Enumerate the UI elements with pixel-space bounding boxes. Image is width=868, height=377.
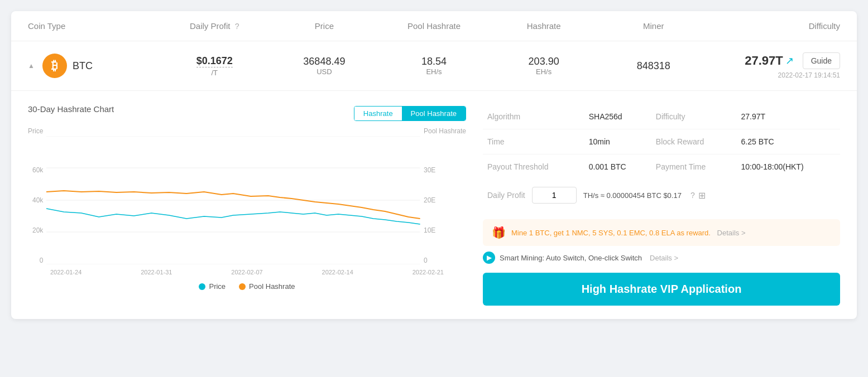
chart-legend: Price Pool Hashrate: [28, 282, 466, 291]
chart-svg: [46, 136, 420, 264]
daily-profit-calc-text: TH/s ≈ 0.00000454 BTC $0.17: [583, 191, 682, 200]
vip-button[interactable]: High Hashrate VIP Application: [483, 273, 840, 306]
difficulty-time: 2022-02-17 19:14:51: [778, 71, 840, 79]
time-label: Time: [483, 129, 584, 154]
y-right-label: Pool Hashrate: [424, 127, 466, 135]
payment-label: Payment Time: [651, 154, 737, 180]
y-right-10e: 10E: [424, 226, 435, 234]
daily-profit-help-icon[interactable]: ?: [235, 22, 239, 31]
col-daily-profit: Daily Profit ?: [160, 21, 270, 31]
coin-info-col: ▲ ₿ BTC: [28, 54, 160, 78]
col-hashrate: Hashrate: [489, 21, 599, 31]
btc-symbol: ₿: [51, 59, 57, 73]
reward-banner: 🎁 Mine 1 BTC, get 1 NMC, 5 SYS, 0.1 EMC,…: [483, 219, 840, 246]
info-section: Algorithm SHA256d Difficulty 27.97T Time…: [483, 104, 840, 306]
miner-col: 848318: [598, 60, 708, 72]
y-left-20k: 20k: [32, 226, 43, 234]
chart-header: 30-Day Hashrate Chart Hashrate Pool Hash…: [28, 104, 466, 123]
legend-price-label: Price: [209, 282, 226, 291]
info-table: Algorithm SHA256d Difficulty 27.97T Time…: [483, 104, 840, 179]
x-axis: 2022-01-24 2022-01-31 2022-02-07 2022-02…: [28, 267, 466, 276]
daily-profit-col: $0.1672 /T: [160, 55, 270, 77]
reward-link[interactable]: Details >: [717, 229, 746, 237]
expand-icon[interactable]: ▲: [28, 62, 35, 70]
chart-title: 30-Day Hashrate Chart: [28, 104, 114, 114]
row-algorithm: Algorithm SHA256d Difficulty 27.97T: [483, 104, 840, 129]
legend-pool-hashrate: Pool Hashrate: [239, 282, 295, 291]
y-left-60k: 60k: [32, 166, 43, 174]
y-right-20e: 20E: [424, 196, 435, 204]
price-value: 36848.49: [270, 56, 380, 67]
btc-label: BTC: [73, 60, 93, 72]
smart-mining-icon: ▶: [483, 252, 495, 264]
daily-profit-calc-row: Daily Profit TH/s ≈ 0.00000454 BTC $0.17…: [483, 179, 840, 211]
daily-profit-value: $0.1672: [196, 55, 233, 67]
difficulty-arrow-icon: ↗: [785, 55, 794, 67]
col-difficulty: Difficulty: [708, 21, 840, 31]
col-coin-type: Coin Type: [28, 21, 160, 31]
chart-section: 30-Day Hashrate Chart Hashrate Pool Hash…: [28, 104, 466, 306]
col-miner: Miner: [598, 21, 708, 31]
difficulty-col: 27.97T ↗ Guide 2022-02-17 19:14:51: [708, 52, 840, 79]
x-label-4: 2022-02-14: [322, 269, 353, 276]
smart-mining-text: Smart Mining: Auto Switch, One-click Swi…: [500, 254, 642, 262]
hashrate-value: 203.90: [489, 56, 599, 67]
smart-mining-row: ▶ Smart Mining: Auto Switch, One-click S…: [483, 252, 840, 264]
tab-pool-hashrate[interactable]: Pool Hashrate: [402, 107, 466, 120]
pool-hashrate-value: 18.54: [379, 56, 489, 67]
legend-price: Price: [199, 282, 226, 291]
tab-hashrate[interactable]: Hashrate: [354, 107, 402, 120]
block-reward-value: 6.25 BTC: [737, 129, 840, 154]
pool-hashrate-line: [46, 191, 420, 219]
legend-pool-dot: [239, 283, 246, 290]
guide-button[interactable]: Guide: [803, 52, 840, 69]
y-left-label: Price: [28, 127, 43, 135]
legend-price-dot: [199, 283, 205, 290]
price-unit: USD: [270, 67, 380, 76]
legend-pool-label: Pool Hashrate: [249, 282, 295, 291]
hashrate-unit: EH/s: [489, 67, 599, 76]
daily-profit-input[interactable]: [532, 187, 577, 204]
y-right-0: 0: [424, 257, 428, 264]
col-price: Price: [270, 21, 380, 31]
x-label-3: 2022-02-07: [231, 269, 262, 276]
price-col: 36848.49 USD: [270, 56, 380, 76]
y-right-30e: 30E: [424, 166, 435, 174]
reward-text: Mine 1 BTC, get 1 NMC, 5 SYS, 0.1 EMC, 0…: [511, 229, 746, 237]
calc-icons: ? ⊞: [688, 190, 706, 201]
header-row: Coin Type Daily Profit ? Price Pool Hash…: [11, 11, 857, 41]
algorithm-label: Algorithm: [483, 104, 584, 129]
calc-help-icon[interactable]: ?: [690, 191, 695, 200]
difficulty-info-label: Difficulty: [651, 104, 737, 129]
payout-value: 0.001 BTC: [584, 154, 651, 180]
pool-hashrate-col: 18.54 EH/s: [379, 56, 489, 76]
payment-value: 10:00-18:00(HKT): [737, 154, 840, 180]
y-left-0: 0: [40, 257, 44, 264]
block-reward-label: Block Reward: [651, 129, 737, 154]
difficulty-info-value: 27.97T: [737, 104, 840, 129]
calc-table-icon[interactable]: ⊞: [698, 190, 706, 201]
btc-icon: ₿: [42, 54, 67, 78]
y-left-40k: 40k: [32, 196, 43, 204]
daily-profit-unit: /T: [160, 69, 270, 77]
row-payout: Payout Threshold 0.001 BTC Payment Time …: [483, 154, 840, 180]
x-label-2: 2022-01-31: [141, 269, 172, 276]
row-time: Time 10min Block Reward 6.25 BTC: [483, 129, 840, 154]
main-content: 30-Day Hashrate Chart Hashrate Pool Hash…: [11, 91, 857, 319]
time-value: 10min: [584, 129, 651, 154]
chart-tabs: Hashrate Pool Hashrate: [354, 106, 466, 121]
reward-highlight: Mine 1 BTC, get 1 NMC, 5 SYS, 0.1 EMC, 0…: [511, 229, 711, 237]
pool-hashrate-unit: EH/s: [379, 67, 489, 76]
main-container: Coin Type Daily Profit ? Price Pool Hash…: [11, 11, 857, 319]
col-pool-hashrate: Pool Hashrate: [379, 21, 489, 31]
daily-profit-calc-label: Daily Profit: [487, 191, 525, 200]
hashrate-line: [46, 209, 420, 224]
x-label-1: 2022-01-24: [50, 269, 81, 276]
gift-icon: 🎁: [492, 226, 506, 239]
difficulty-value: 27.97T: [745, 54, 783, 68]
algorithm-value: SHA256d: [584, 104, 651, 129]
hashrate-col: 203.90 EH/s: [489, 56, 599, 76]
smart-mining-link[interactable]: Details >: [650, 254, 678, 262]
btc-data-row: ▲ ₿ BTC $0.1672 /T 36848.49 USD 18.54 EH…: [11, 41, 857, 91]
x-label-5: 2022-02-21: [413, 269, 444, 276]
